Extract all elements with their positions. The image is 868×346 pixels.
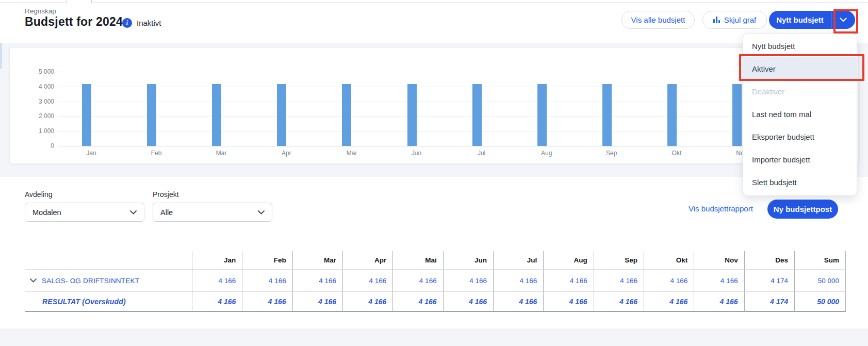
- menu-item-last-ned-tom-mal[interactable]: Last ned tom mal: [743, 103, 857, 125]
- view-budget-report-link[interactable]: Vis budsjettrapport: [689, 204, 753, 213]
- table-cell-nov-row1[interactable]: 4 166: [694, 270, 744, 292]
- chart-bar-sep: [602, 84, 612, 146]
- new-budget-post-label: Ny budsjettpost: [774, 205, 832, 213]
- table-cell-jun-row2: 4 166: [443, 292, 493, 312]
- scrollbar-fragment[interactable]: [0, 43, 2, 69]
- x-axis-label-aug: Aug: [531, 150, 562, 157]
- menu-item-eksporter-budsjett[interactable]: Eksporter budsjett: [743, 125, 857, 148]
- chart-bar-okt: [667, 84, 677, 146]
- table-cell-des-row1[interactable]: 4 174: [744, 270, 794, 292]
- table-cell-aug-row1[interactable]: 4 166: [543, 270, 593, 292]
- project-filter-label: Prosjekt: [153, 190, 179, 199]
- table-cell-jun-row1[interactable]: 4 166: [443, 270, 493, 292]
- table-cell-aug-row2: 4 166: [543, 292, 593, 312]
- table-cell-sep-row1[interactable]: 4 166: [594, 270, 644, 292]
- new-budget-post-button[interactable]: Ny budsjettpost: [767, 200, 838, 219]
- table-col-header-sum: Sum: [794, 251, 846, 270]
- y-axis-tick-label: 3 000: [18, 98, 54, 105]
- table-col-header-mai: Mai: [392, 251, 443, 270]
- gridline: [58, 146, 840, 146]
- x-axis-label-mar: Mar: [206, 150, 237, 157]
- project-select[interactable]: Alle: [153, 203, 272, 222]
- gridline: [58, 72, 840, 72]
- table-cell-mai-row2: 4 166: [392, 292, 443, 312]
- chart-bar-feb: [147, 84, 156, 146]
- x-axis-label-jun: Jun: [401, 150, 432, 157]
- table-row-label-salgs-og-driftsinntekt[interactable]: SALGS- OG DRIFTSINNTEKT: [25, 270, 192, 292]
- hide-graph-label: Skjul graf: [724, 15, 757, 24]
- y-axis-tick-label: 2 000: [18, 112, 54, 120]
- x-axis-label-sep: Sep: [596, 150, 627, 157]
- annotation-box-aktiver: [739, 54, 864, 81]
- table-col-header-sep: Sep: [594, 251, 644, 270]
- y-axis-tick-label: 4 000: [18, 83, 54, 90]
- department-select-value: Modalen: [32, 208, 61, 217]
- x-axis-label-feb: Feb: [141, 150, 172, 157]
- table-cell-okt-row1[interactable]: 4 166: [644, 270, 694, 292]
- annotation-box-menu-toggle: [833, 9, 858, 34]
- table-col-header-nov: Nov: [694, 251, 744, 270]
- chart-bar-nov: [732, 84, 742, 146]
- table-cell-mar-row1[interactable]: 4 166: [292, 270, 342, 292]
- menu-item-slett-budsjett[interactable]: Slett budsjett: [743, 171, 857, 193]
- table-cell-nov-row2: 4 166: [694, 292, 744, 312]
- budget-chart-card: 01 0002 0003 0004 0005 000JanFebMarAprMa…: [10, 48, 858, 163]
- y-axis-tick-label: 1 000: [18, 127, 54, 135]
- status-label: Inaktivt: [137, 19, 161, 27]
- x-axis-label-apr: Apr: [271, 150, 302, 157]
- view-all-budgets-button[interactable]: Vis alle budsjett: [621, 11, 695, 29]
- table-col-header-mar: Mar: [292, 251, 342, 270]
- budget-table: JanFebMarAprMaiJunJulAugSepOktNovDesSumS…: [25, 251, 846, 312]
- new-budget-button[interactable]: Nytt budsjett: [769, 11, 831, 29]
- menu-item-importer-budsjett[interactable]: Importer budsjett: [743, 148, 857, 171]
- gridline: [58, 131, 840, 131]
- new-budget-label: Nytt budsjett: [776, 15, 824, 24]
- bar-chart-icon: [713, 17, 720, 23]
- table-col-header-des: Des: [744, 251, 794, 270]
- gridline: [58, 116, 840, 117]
- browser-tab-fragment-left: [0, 0, 67, 3]
- table-cell-jul-row1[interactable]: 4 166: [493, 270, 543, 292]
- table-cell-sum-row1[interactable]: 50 000: [794, 270, 846, 292]
- y-axis-tick-label: 5 000: [18, 68, 54, 75]
- hide-graph-button[interactable]: Skjul graf: [702, 11, 767, 29]
- table-cell-okt-row2: 4 166: [644, 292, 694, 312]
- table-col-header-okt: Okt: [644, 251, 694, 270]
- menu-item-deaktiver: Deaktiver: [743, 80, 857, 103]
- table-col-header-jan: Jan: [192, 251, 242, 270]
- breadcrumb[interactable]: Regnskap: [25, 7, 56, 15]
- table-col-header-feb: Feb: [242, 251, 292, 270]
- row-label-text: RESULTAT (Overskudd): [42, 298, 126, 306]
- expand-chevron-icon[interactable]: [30, 278, 37, 283]
- table-cell-mai-row1[interactable]: 4 166: [392, 270, 443, 292]
- bottom-background-band: [0, 328, 868, 346]
- budget-page: Regnskap Budsjett for 2024 i Inaktivt Vi…: [0, 0, 868, 346]
- chart-bar-mai: [342, 84, 351, 146]
- table-row-label-resultat-overskudd: RESULTAT (Overskudd): [25, 292, 192, 312]
- x-axis-label-okt: Okt: [661, 150, 692, 157]
- chart-bar-jan: [82, 84, 91, 146]
- info-icon[interactable]: i: [122, 18, 132, 28]
- gridline: [58, 102, 840, 102]
- browser-tab-fragment-right: [91, 0, 868, 3]
- project-select-value: Alle: [160, 208, 173, 217]
- table-col-header-jul: Jul: [493, 251, 543, 270]
- chart-bar-jul: [472, 84, 482, 146]
- gridline: [58, 87, 840, 87]
- table-cell-sum-row2: 50 000: [794, 292, 846, 312]
- table-cell-jan-row1[interactable]: 4 166: [192, 270, 242, 292]
- table-cell-feb-row1[interactable]: 4 166: [242, 270, 292, 292]
- table-cell-apr-row1[interactable]: 4 166: [342, 270, 392, 292]
- table-cell-jul-row2: 4 166: [493, 292, 543, 312]
- table-col-header-jun: Jun: [443, 251, 493, 270]
- table-cell-sep-row2: 4 166: [594, 292, 644, 312]
- table-cell-des-row2: 4 174: [744, 292, 794, 312]
- chevron-down-icon: [258, 210, 265, 215]
- x-axis-label-jan: Jan: [76, 150, 107, 157]
- table-col-header-apr: Apr: [342, 251, 392, 270]
- department-select[interactable]: Modalen: [25, 203, 144, 222]
- table-cell-apr-row2: 4 166: [342, 292, 392, 312]
- row-label-text: SALGS- OG DRIFTSINNTEKT: [42, 277, 139, 285]
- x-axis-label-jul: Jul: [466, 150, 497, 157]
- chart-bar-jun: [407, 84, 417, 146]
